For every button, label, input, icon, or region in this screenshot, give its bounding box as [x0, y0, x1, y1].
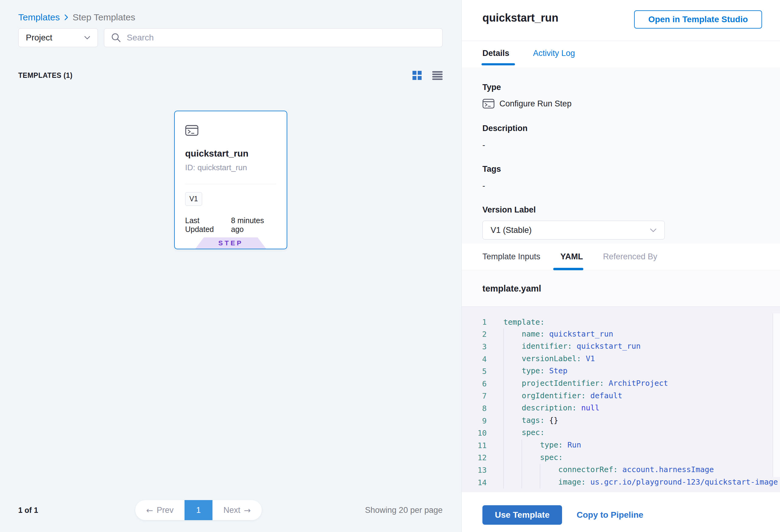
- breadcrumb: Templates Step Templates: [18, 12, 135, 22]
- yaml-code-line: 1template:: [462, 316, 780, 328]
- yaml-code-line: 5type: Step: [462, 365, 780, 378]
- main-tabs: Details Activity Log: [482, 49, 575, 58]
- list-header: TEMPLATES (1): [18, 70, 443, 80]
- scope-select[interactable]: Project: [18, 28, 98, 47]
- card-id: ID: quickstart_run: [185, 163, 276, 173]
- version-select-value: V1 (Stable): [491, 226, 532, 235]
- type-row: Configure Run Step: [482, 98, 759, 109]
- search-input[interactable]: [126, 33, 436, 43]
- use-template-button[interactable]: Use Template: [482, 505, 562, 525]
- prev-page-button[interactable]: ← Prev: [135, 500, 185, 520]
- page-1-button[interactable]: 1: [185, 500, 212, 520]
- template-details-panel: quickstart_run Open in Template Studio D…: [461, 0, 780, 532]
- step-type-ribbon: STEP: [195, 237, 266, 249]
- tab-yaml[interactable]: YAML: [560, 252, 583, 261]
- tags-value: -: [482, 181, 759, 191]
- header-divider: [462, 41, 780, 41]
- terminal-step-icon: [185, 125, 198, 136]
- card-divider: [185, 184, 276, 184]
- arrow-right-icon: →: [244, 505, 251, 515]
- yaml-code-lines: 1template:2name: quickstart_run3identifi…: [462, 316, 780, 488]
- search-box: [104, 28, 443, 47]
- tab-referenced-by[interactable]: Referenced By: [603, 252, 657, 261]
- last-updated-label: Last Updated: [185, 216, 228, 234]
- tab-details[interactable]: Details: [482, 49, 509, 58]
- yaml-code-line: 9tags: {}: [462, 415, 780, 427]
- active-subtab-underline: [553, 268, 583, 270]
- view-toggles: [412, 70, 443, 80]
- template-list-panel: Templates Step Templates Project TEMPLAT: [0, 0, 461, 532]
- description-value: -: [482, 140, 759, 150]
- yaml-code-line: 13connectorRef: account.harnessImage: [462, 464, 780, 476]
- arrow-left-icon: ←: [146, 505, 153, 515]
- card-title: quickstart_run: [185, 148, 276, 159]
- yaml-code-line: 11type: Run: [462, 439, 780, 452]
- copy-to-pipeline-link[interactable]: Copy to Pipeline: [577, 510, 643, 520]
- last-updated-value: 8 minutes ago: [231, 216, 276, 234]
- code-scrollbar[interactable]: [773, 313, 780, 477]
- templates-count: TEMPLATES (1): [18, 71, 72, 80]
- breadcrumb-chevron-icon: [64, 14, 68, 21]
- tab-template-inputs[interactable]: Template Inputs: [482, 252, 540, 261]
- panel-actions: Use Template Copy to Pipeline: [482, 505, 643, 525]
- last-updated-row: Last Updated 8 minutes ago: [185, 216, 276, 234]
- tags-label: Tags: [482, 164, 759, 174]
- chevron-down-icon: [650, 228, 656, 232]
- template-library-screen: Templates Step Templates Project TEMPLAT: [0, 0, 780, 532]
- type-label: Type: [482, 83, 759, 92]
- details-body: Type Configure Run Step Description - Ta…: [462, 67, 780, 243]
- terminal-step-icon: [482, 98, 495, 109]
- active-tab-underline: [482, 63, 515, 65]
- yaml-code-line: 8description: null: [462, 402, 780, 415]
- pagination: 1 of 1 ← Prev 1 Next → Showing 20 per pa…: [0, 500, 461, 520]
- yaml-code-line: 4versionLabel: V1: [462, 353, 780, 366]
- yaml-file-header: template.yaml: [462, 271, 780, 306]
- filters-row: Project: [18, 28, 443, 47]
- open-in-template-studio-button[interactable]: Open in Template Studio: [634, 10, 762, 29]
- sub-tabs: Template Inputs YAML Referenced By: [462, 243, 780, 270]
- search-icon: [111, 33, 121, 43]
- version-select[interactable]: V1 (Stable): [482, 221, 665, 240]
- yaml-code-line: 6projectIdentifier: ArchitProject: [462, 378, 780, 390]
- scope-select-value: Project: [26, 33, 52, 43]
- description-label: Description: [482, 124, 759, 133]
- panel-title: quickstart_run: [482, 11, 558, 24]
- type-value: Configure Run Step: [499, 99, 572, 108]
- breadcrumb-current: Step Templates: [72, 12, 135, 22]
- next-page-button[interactable]: Next →: [212, 500, 262, 520]
- yaml-code-viewer[interactable]: 1template:2name: quickstart_run3identifi…: [462, 306, 780, 492]
- page-count: 1 of 1: [18, 506, 38, 515]
- yaml-code-line: 12spec:: [462, 452, 780, 464]
- breadcrumb-templates-link[interactable]: Templates: [18, 12, 60, 22]
- version-badge: V1: [185, 192, 202, 206]
- pager-pill: ← Prev 1 Next →: [135, 500, 262, 520]
- grid-view-icon[interactable]: [412, 70, 422, 80]
- yaml-code-line: 10spec:: [462, 427, 780, 439]
- chevron-down-icon: [84, 36, 90, 40]
- yaml-code-line: 3identifier: quickstart_run: [462, 340, 780, 353]
- list-view-icon[interactable]: [432, 71, 443, 80]
- yaml-code-line: 14image: us.gcr.io/playground-123/quicks…: [462, 476, 780, 489]
- yaml-file-name: template.yaml: [482, 284, 541, 294]
- tab-activity-log[interactable]: Activity Log: [533, 49, 575, 58]
- template-card[interactable]: quickstart_run ID: quickstart_run V1 Las…: [174, 111, 287, 249]
- version-label: Version Label: [482, 205, 759, 214]
- yaml-code-line: 7orgIdentifier: default: [462, 390, 780, 402]
- yaml-code-line: 2name: quickstart_run: [462, 328, 780, 341]
- per-page-label: Showing 20 per page: [365, 505, 443, 515]
